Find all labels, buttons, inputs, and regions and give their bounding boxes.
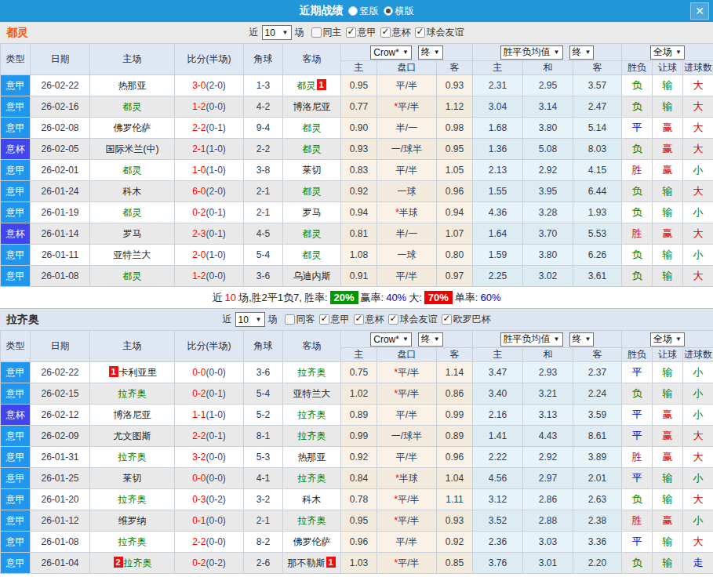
- match-score: 0-2(0-1): [175, 383, 244, 405]
- home-team: 拉齐奥: [90, 532, 175, 553]
- avg-odds-select[interactable]: 胜平负均值▼: [500, 332, 563, 347]
- filter-checkbox-球会友谊[interactable]: 球会友谊: [415, 26, 464, 39]
- handicap-result: 输: [653, 202, 683, 223]
- match-type: 意甲: [1, 553, 31, 574]
- sub-col-avg-away: 客: [573, 61, 622, 75]
- match-count-select[interactable]: 10 ▼: [235, 312, 265, 327]
- avg-home: 4.56: [473, 468, 523, 489]
- goals-result: 小: [683, 383, 713, 405]
- handicap-line: *平/半: [377, 96, 437, 118]
- goals-result: 小: [683, 245, 713, 266]
- avg-away: 3.89: [573, 447, 622, 468]
- handicap-line: 一球: [377, 181, 437, 202]
- bookmaker-select[interactable]: Crow*▼: [370, 45, 412, 60]
- avg-draw: 2.93: [523, 362, 573, 383]
- filter-checkbox-意杯[interactable]: 意杯: [354, 313, 384, 326]
- final-avg-select[interactable]: 终▼: [569, 45, 595, 60]
- final-odds-select[interactable]: 终▼: [418, 332, 443, 347]
- result: 平: [622, 362, 653, 383]
- away-team: 热那亚: [283, 447, 341, 468]
- checkbox-unchecked-icon[interactable]: [285, 314, 295, 325]
- filter-checkbox-意甲[interactable]: 意甲: [319, 313, 350, 326]
- odds-home: 0.77: [341, 96, 377, 118]
- filter-checkbox-意杯[interactable]: 意杯: [380, 26, 411, 39]
- match-score: 3-2(0-0): [175, 447, 244, 468]
- avg-home: 3.47: [473, 362, 523, 383]
- checkbox-checked-icon[interactable]: [442, 314, 452, 325]
- filter-checkbox-label: 欧罗巴杯: [453, 313, 491, 326]
- filter-checkbox-球会友谊[interactable]: 球会友谊: [388, 313, 438, 326]
- goals-result: 小: [683, 202, 713, 223]
- home-team: 亚特兰大: [90, 245, 175, 266]
- full-match-header: 全场▼: [622, 331, 713, 348]
- moved-line-star: *: [395, 473, 399, 484]
- odds-away: 0.93: [437, 510, 473, 532]
- red-card-badge: 2: [114, 557, 123, 568]
- torino-summary-bar: 近10场,胜2平1负7, 胜率: 20% 赢率:40% 大: 70% 单率:60…: [0, 287, 713, 309]
- corner-count: 9-4: [244, 118, 283, 139]
- bookmaker-select[interactable]: Crow*▼: [370, 332, 412, 347]
- match-row: 意杯26-02-12博洛尼亚1-1(1-0)5-2拉齐奥0.89平/半0.992…: [1, 405, 713, 426]
- avg-home: 1.68: [473, 118, 523, 139]
- filter-checkbox-同客[interactable]: 同客: [285, 313, 315, 326]
- odds-away: 1.11: [437, 489, 473, 510]
- avg-home: 3.04: [473, 96, 523, 118]
- handicap-line: 平/半: [377, 75, 437, 96]
- close-button[interactable]: ✕: [690, 2, 709, 20]
- col-corner: 角球: [244, 331, 283, 362]
- match-date: 26-02-01: [31, 160, 90, 181]
- handicap-line: *平/半: [377, 510, 437, 532]
- home-team: 都灵: [90, 266, 175, 287]
- match-type: 意甲: [1, 266, 31, 287]
- match-row: 意甲26-01-25莱切0-0(0-0)4-1拉齐奥0.84*半球1.044.5…: [1, 468, 713, 489]
- avg-odds-header: 胜平负均值▼ 终▼: [473, 331, 622, 348]
- full-match-select[interactable]: 全场▼: [650, 332, 685, 347]
- filter-checkbox-意甲[interactable]: 意甲: [346, 26, 377, 39]
- result: 负: [622, 245, 653, 266]
- radio-icon[interactable]: [348, 6, 358, 16]
- final-odds-select[interactable]: 终▼: [418, 45, 443, 60]
- team-name-lazio: 拉齐奥: [6, 313, 39, 327]
- handicap-line: 平/半: [377, 266, 437, 287]
- odds-home: 0.99: [341, 426, 377, 447]
- checkbox-checked-icon[interactable]: [346, 27, 356, 38]
- col-date: 日期: [31, 331, 90, 362]
- avg-home: 3.76: [473, 553, 523, 574]
- checkbox-unchecked-icon[interactable]: [311, 27, 322, 38]
- sub-col-line: 盘口: [377, 348, 437, 362]
- corner-count: 8-2: [244, 532, 283, 553]
- result: 负: [622, 383, 653, 405]
- radio-horizontal-layout[interactable]: 横版: [384, 5, 414, 18]
- avg-odds-select[interactable]: 胜平负均值▼: [500, 45, 563, 60]
- chevron-down-icon: ▼: [585, 49, 591, 56]
- filter-checkbox-欧罗巴杯[interactable]: 欧罗巴杯: [442, 313, 491, 326]
- radio-vertical-layout[interactable]: 竖版: [348, 5, 379, 18]
- corner-count: 3-6: [244, 266, 283, 287]
- checkbox-checked-icon[interactable]: [415, 27, 425, 38]
- avg-home: 2.31: [473, 75, 523, 96]
- checkbox-checked-icon[interactable]: [319, 314, 329, 325]
- avg-away: 8.61: [573, 426, 622, 447]
- corner-count: 2-1: [244, 181, 283, 202]
- final-avg-select[interactable]: 终▼: [569, 332, 595, 347]
- match-score: 0-1(0-0): [175, 510, 244, 532]
- full-match-select[interactable]: 全场▼: [650, 45, 685, 60]
- home-team: 2拉齐奥: [90, 553, 175, 574]
- checkbox-checked-icon[interactable]: [388, 314, 398, 325]
- avg-draw: 2.86: [523, 489, 573, 510]
- match-count-select[interactable]: 10 ▼: [262, 25, 292, 40]
- odds-source-header: Crow*▼ 终▼: [341, 331, 473, 348]
- checkbox-checked-icon[interactable]: [380, 27, 391, 38]
- goals-result: 大: [683, 118, 713, 139]
- chevron-down-icon: ▼: [554, 49, 560, 56]
- avg-away: 2.47: [573, 96, 622, 118]
- avg-draw: 3.01: [523, 553, 573, 574]
- radio-icon[interactable]: [384, 6, 393, 16]
- checkbox-checked-icon[interactable]: [354, 314, 364, 325]
- handicap-result: 赢: [653, 160, 683, 181]
- match-type: 意甲: [1, 468, 31, 489]
- goals-result: 大: [683, 223, 713, 245]
- filter-checkbox-同主[interactable]: 同主: [311, 26, 342, 39]
- goals-result: 小: [683, 362, 713, 383]
- goals-result: 小: [683, 468, 713, 489]
